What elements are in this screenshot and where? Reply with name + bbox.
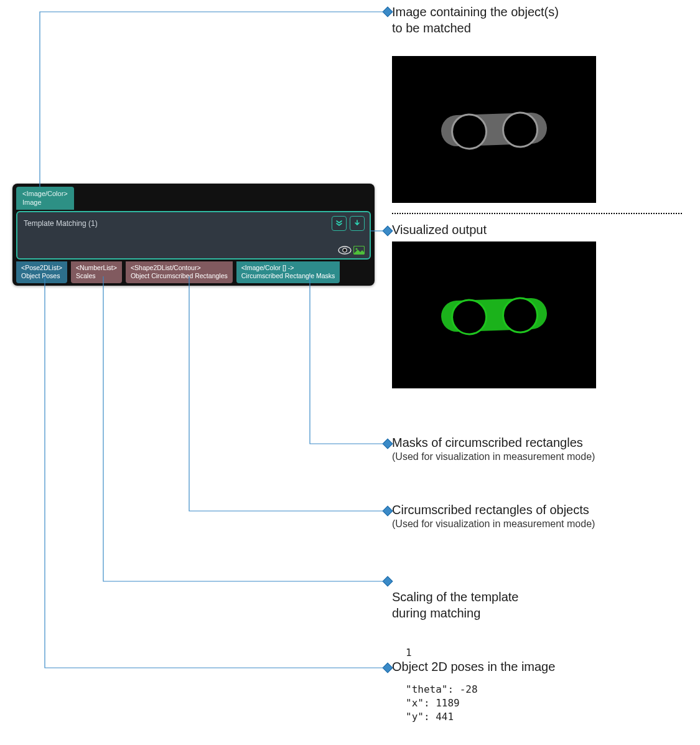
marker-icon: [383, 506, 393, 517]
pose-line: "y": 441: [406, 710, 555, 724]
annotation-title: Scaling of the template during matching: [392, 589, 518, 621]
annotation-masks: Masks of circumscribed rectangles (Used …: [392, 436, 595, 462]
pose-line: "x": 1189: [406, 696, 555, 710]
annotation-title: Circumscribed rectangles of objects: [392, 503, 595, 517]
annotation-title: Object 2D poses in the image: [392, 660, 555, 674]
annotation-rects: Circumscribed rectangles of objects (Use…: [392, 503, 595, 530]
template-matching-node: <Image/Color> Image Template Matching (1…: [12, 184, 375, 286]
svg-point-1: [343, 248, 347, 252]
node-title: Template Matching (1): [24, 219, 98, 228]
annotation-title: Masks of circumscribed rectangles: [392, 436, 595, 450]
annotation-visualized-output: Visualized output: [392, 223, 487, 237]
pose-line: "theta": -28: [406, 683, 555, 696]
port-type: <Shape2DList/Contour>: [131, 264, 228, 272]
marker-icon: [383, 576, 393, 587]
picture-icon[interactable]: [353, 246, 365, 255]
double-chevron-down-icon: [335, 220, 343, 227]
port-label: Scales: [76, 272, 117, 280]
annotation-poses: Object 2D poses in the image "theta": -2…: [392, 660, 555, 724]
node-body[interactable]: Template Matching (1): [16, 211, 371, 260]
port-label: Circumscribed Rectangle Masks: [241, 272, 335, 280]
scaling-value: 1: [406, 646, 518, 660]
annotation-sub: (Used for visualization in measurement m…: [392, 451, 595, 462]
collapse-button[interactable]: [332, 216, 347, 231]
download-button[interactable]: [350, 216, 365, 231]
annotation-sub: (Used for visualization in measurement m…: [392, 518, 595, 530]
eye-icon[interactable]: [338, 246, 352, 255]
marker-icon: [383, 663, 393, 673]
annotation-input: Image containing the object(s) to be mat…: [392, 4, 559, 36]
output-image-preview: [392, 241, 596, 388]
port-type: <Image/Color>: [22, 189, 68, 198]
divider: [392, 213, 682, 214]
marker-icon: [383, 7, 393, 17]
port-label: Object Poses: [21, 272, 62, 280]
output-port-object-poses[interactable]: <Pose2DList> Object Poses: [16, 261, 67, 283]
port-type: <Pose2DList>: [21, 264, 62, 272]
input-image-preview: [392, 56, 596, 203]
marker-icon: [383, 226, 393, 237]
port-type: <NumberList>: [76, 264, 117, 272]
input-port-image[interactable]: <Image/Color> Image: [16, 187, 74, 210]
port-type: <Image/Color [] ->: [241, 264, 335, 272]
output-port-masks[interactable]: <Image/Color [] -> Circumscribed Rectang…: [236, 261, 340, 283]
svg-point-3: [355, 248, 357, 250]
output-port-scales[interactable]: <NumberList> Scales: [71, 261, 122, 283]
marker-icon: [383, 439, 393, 449]
port-label: Image: [22, 198, 68, 207]
download-icon: [353, 220, 361, 227]
output-port-rectangles[interactable]: <Shape2DList/Contour> Object Circumscrib…: [126, 261, 233, 283]
port-label: Object Circumscribed Rectangles: [131, 272, 228, 280]
